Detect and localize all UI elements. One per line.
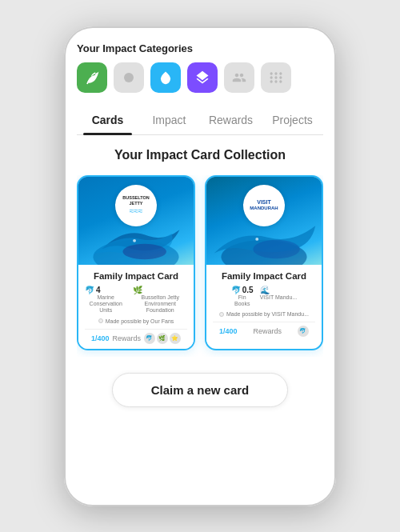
collection-title: Your Impact Card Collection: [77, 148, 323, 162]
card-footer-busselton: 1/400 Rewards 🐬 🌿 ⭐: [85, 329, 187, 344]
stat-icon-m2: 🌊: [260, 286, 298, 294]
stat-label-m1: FinBooks: [231, 294, 254, 308]
stat-icon-m1: 🐬: [231, 286, 241, 294]
card-body-mandurah: Family Impact Card 🐬 0.5 FinBooks 🌊 VISI…: [206, 265, 322, 342]
categories-title: Your Impact Categories: [77, 42, 323, 54]
cat-icon-dots[interactable]: [261, 62, 291, 93]
made-possible-1: Made possible by Our Fans: [85, 318, 187, 324]
cat-icon-gray1[interactable]: [114, 62, 144, 93]
card-name-mandurah: Family Impact Card: [213, 271, 315, 281]
stat-num-m1: 🐬 0.5: [231, 286, 254, 294]
svg-point-4: [270, 72, 273, 74]
reward-icon-1a: 🐬: [144, 333, 155, 344]
svg-point-11: [122, 243, 166, 258]
card-stats-mandurah: 🐬 0.5 FinBooks 🌊 VISIT Mandu...: [213, 286, 315, 308]
svg-point-8: [274, 80, 277, 82]
reward-icon-1c: ⭐: [170, 333, 181, 344]
svg-point-9: [279, 80, 282, 82]
svg-point-14: [253, 239, 299, 258]
stat-icon-1: 🐬: [85, 286, 94, 294]
card-count-1: 1/400: [91, 334, 110, 342]
tab-impact[interactable]: Impact: [138, 106, 200, 134]
claim-new-card-button[interactable]: Claim a new card: [112, 373, 289, 407]
busselton-logo-text2: JETTY: [122, 201, 149, 206]
reward-icons-1: 🐬 🌿 ⭐: [144, 333, 181, 344]
stat-item-1: 🐬 4 MarineConservation Units: [85, 286, 126, 314]
made-possible-dot-2: [219, 312, 224, 317]
impact-card-mandurah[interactable]: VISIT MANDURAH Family Impact Card 🐬 0.5: [205, 175, 323, 350]
reward-icon-1b: 🌿: [157, 333, 168, 344]
svg-point-3: [279, 76, 282, 78]
categories-row: [77, 62, 323, 93]
cat-icon-water[interactable]: [150, 62, 181, 93]
svg-point-0: [124, 73, 134, 82]
mandurah-logo-text1: VISIT: [250, 199, 278, 206]
impact-card-busselton[interactable]: BUSSELTON JETTY ≈≈≈ Family Impact Card 🐬…: [77, 175, 195, 350]
card-name-busselton: Family Impact Card: [85, 271, 187, 281]
stat-item-2: 🌿 Busselton JettyEnvironment Foundation: [133, 286, 187, 314]
rewards-label-2: Rewards: [254, 327, 282, 335]
busselton-logo-text1: BUSSELTON: [122, 195, 149, 201]
card-footer-mandurah: 1/400 Rewards 🐬: [213, 322, 315, 337]
tab-projects[interactable]: Projects: [262, 106, 323, 134]
cards-row: BUSSELTON JETTY ≈≈≈ Family Impact Card 🐬…: [77, 175, 323, 357]
busselton-logo-waves: ≈≈≈: [122, 206, 149, 215]
card-count-2: 1/400: [219, 327, 238, 335]
card-stats-busselton: 🐬 4 MarineConservation Units 🌿 Busselton…: [85, 286, 187, 314]
svg-point-15: [255, 237, 258, 240]
card-image-busselton: BUSSELTON JETTY ≈≈≈: [78, 177, 194, 265]
phone-content: Your Impact Categories Cards: [64, 26, 336, 357]
tab-rewards[interactable]: Rewards: [200, 106, 262, 134]
svg-point-6: [279, 72, 282, 74]
logo-circle-busselton: BUSSELTON JETTY ≈≈≈: [115, 185, 157, 226]
stat-icon-2: 🌿: [133, 286, 187, 294]
reward-icons-2: 🐬: [298, 326, 309, 337]
stat-num-1: 🐬 4: [85, 286, 126, 294]
svg-point-2: [274, 76, 277, 78]
svg-point-1: [270, 76, 273, 78]
phone-shell: Your Impact Categories Cards: [64, 26, 336, 506]
stat-label-m2: VISIT Mandu...: [260, 294, 298, 301]
stat-item-m1: 🐬 0.5 FinBooks: [231, 286, 254, 308]
made-possible-dot-1: [98, 318, 103, 323]
tab-cards[interactable]: Cards: [77, 106, 138, 134]
svg-point-5: [274, 72, 277, 74]
logo-circle-mandurah: VISIT MANDURAH: [243, 185, 285, 226]
cat-icon-layers[interactable]: [187, 62, 218, 93]
rewards-label-1: Rewards: [113, 334, 142, 342]
tabs: Cards Impact Rewards Projects: [77, 106, 323, 135]
stat-label-2: Busselton JettyEnvironment Foundation: [133, 294, 187, 314]
svg-point-12: [133, 238, 136, 242]
mandurah-logo-text2: MANDURAH: [250, 206, 278, 211]
card-body-busselton: Family Impact Card 🐬 4 MarineConservatio…: [78, 265, 194, 349]
reward-icon-2a: 🐬: [298, 326, 309, 337]
card-image-mandurah: VISIT MANDURAH: [206, 177, 322, 265]
stat-label-1: MarineConservation Units: [85, 294, 126, 314]
svg-point-7: [270, 80, 273, 82]
claim-btn-wrap: Claim a new card: [64, 373, 336, 407]
made-possible-2: Made possible by VISIT Mandu...: [213, 311, 315, 317]
cat-icon-leaf[interactable]: [77, 62, 107, 93]
cat-icon-people[interactable]: [224, 62, 254, 93]
stat-item-m2: 🌊 VISIT Mandu...: [260, 286, 298, 308]
